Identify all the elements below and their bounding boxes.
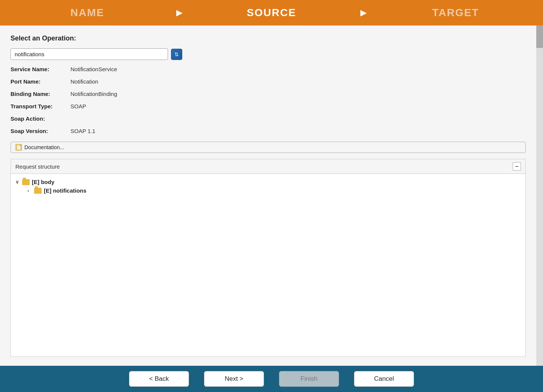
step-target-label: TARGET bbox=[432, 7, 479, 19]
documentation-button-label: Documentation... bbox=[24, 144, 64, 150]
notifications-toggle[interactable]: › bbox=[27, 188, 33, 193]
info-grid: Service Name: NotificationService Port N… bbox=[10, 66, 526, 134]
scrollbar-thumb[interactable] bbox=[536, 25, 543, 48]
wizard-step-name: NAME bbox=[0, 0, 175, 25]
soap-version-label: Soap Version: bbox=[10, 128, 70, 134]
content-panel: Select an Operation: notifications ⇅ Ser… bbox=[0, 25, 536, 366]
service-name-label: Service Name: bbox=[10, 66, 70, 72]
transport-type-label: Transport Type: bbox=[10, 103, 70, 109]
wizard-step-source: SOURCE bbox=[184, 0, 359, 25]
footer: < Back Next > Finish Cancel bbox=[0, 366, 543, 392]
tree-node-notifications: › [E] notifications bbox=[27, 186, 521, 195]
tree-node-body: ∨ [E] body bbox=[15, 178, 521, 186]
scrollbar[interactable] bbox=[536, 25, 543, 366]
binding-name-value: NotificationBinding bbox=[70, 91, 526, 97]
wizard-header: NAME ▶ SOURCE ▶ TARGET bbox=[0, 0, 543, 25]
collapse-button[interactable]: − bbox=[513, 162, 521, 171]
body-folder-icon bbox=[22, 179, 30, 185]
operation-select-row: notifications ⇅ bbox=[10, 48, 526, 60]
soap-action-label: Soap Action: bbox=[10, 115, 70, 122]
operation-select[interactable]: notifications bbox=[10, 48, 168, 60]
notifications-label: [E] notifications bbox=[44, 187, 86, 194]
step-name-label: NAME bbox=[70, 7, 104, 19]
notifications-folder-icon bbox=[34, 188, 42, 194]
tree-area: ∨ [E] body › [E] notifications bbox=[11, 174, 525, 356]
body-toggle[interactable]: ∨ bbox=[15, 179, 21, 185]
next-button[interactable]: Next > bbox=[204, 371, 264, 387]
request-structure-header: Request structure − bbox=[11, 159, 525, 174]
main-content: Select an Operation: notifications ⇅ Ser… bbox=[0, 25, 543, 366]
transport-type-value: SOAP bbox=[70, 103, 526, 109]
back-button[interactable]: < Back bbox=[129, 371, 189, 387]
request-structure-container: Request structure − ∨ [E] body › [E] not… bbox=[10, 159, 526, 357]
wizard-step-target: TARGET bbox=[368, 0, 543, 25]
port-name-value: Notification bbox=[70, 78, 526, 85]
service-name-value: NotificationService bbox=[70, 66, 526, 72]
request-structure-title: Request structure bbox=[15, 163, 60, 170]
binding-name-label: Binding Name: bbox=[10, 91, 70, 97]
step-source-label: SOURCE bbox=[247, 7, 296, 19]
soap-version-value: SOAP 1.1 bbox=[70, 128, 526, 134]
port-name-label: Port Name: bbox=[10, 78, 70, 85]
body-label: [E] body bbox=[32, 179, 54, 185]
section-title: Select an Operation: bbox=[10, 34, 526, 42]
spinner-button[interactable]: ⇅ bbox=[171, 49, 182, 60]
documentation-button[interactable]: 📄 Documentation... bbox=[10, 142, 526, 153]
step-arrow-1: ▶ bbox=[175, 8, 184, 18]
step-arrow-2: ▶ bbox=[359, 8, 368, 18]
cancel-button[interactable]: Cancel bbox=[354, 371, 414, 387]
documentation-icon: 📄 bbox=[15, 144, 22, 151]
finish-button: Finish bbox=[279, 371, 339, 387]
